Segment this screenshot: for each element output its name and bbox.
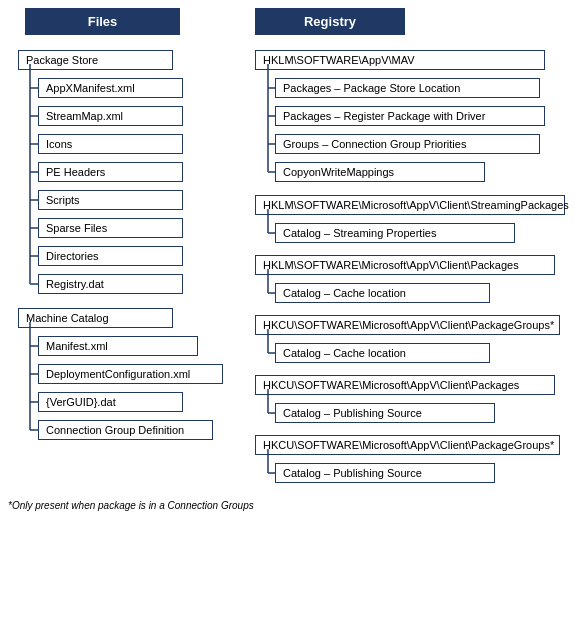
reg-sub-publishing-source-1: Catalog – Publishing Source [275, 403, 495, 423]
left-item-scripts: Scripts [38, 190, 183, 210]
reg-hkcu-packages: HKCU\SOFTWARE\Microsoft\AppV\Client\Pack… [255, 375, 555, 395]
reg-sub-publishing-source-2: Catalog – Publishing Source [275, 463, 495, 483]
left-item-streammap: StreamMap.xml [38, 106, 183, 126]
reg-sub-package-store: Packages – Package Store Location [275, 78, 540, 98]
reg-hkcu-packagegroups-2: HKCU\SOFTWARE\Microsoft\AppV\Client\Pack… [255, 435, 560, 455]
footnote: *Only present when package is in a Conne… [8, 500, 254, 511]
left-item-connection-group: Connection Group Definition [38, 420, 213, 440]
left-item-manifest: Manifest.xml [38, 336, 198, 356]
reg-hklm-appv-mav: HKLM\SOFTWARE\AppV\MAV [255, 50, 545, 70]
left-item-peheaders: PE Headers [38, 162, 183, 182]
left-item-registrydat: Registry.dat [38, 274, 183, 294]
left-item-appxmanifest: AppXManifest.xml [38, 78, 183, 98]
reg-sub-cache-location-1: Catalog – Cache location [275, 283, 490, 303]
reg-hklm-packages: HKLM\SOFTWARE\Microsoft\AppV\Client\Pack… [255, 255, 555, 275]
reg-sub-cache-location-2: Catalog – Cache location [275, 343, 490, 363]
left-item-sparsefiles: Sparse Files [38, 218, 183, 238]
left-item-verguid: {VerGUID}.dat [38, 392, 183, 412]
reg-sub-streaming-props: Catalog – Streaming Properties [275, 223, 515, 243]
left-item-directories: Directories [38, 246, 183, 266]
package-store-label: Package Store [18, 50, 173, 70]
left-item-deploymentconfig: DeploymentConfiguration.xml [38, 364, 223, 384]
reg-sub-copyonwrite: CopyonWriteMappings [275, 162, 485, 182]
reg-hklm-streaming: HKLM\SOFTWARE\Microsoft\AppV\Client\Stre… [255, 195, 565, 215]
reg-sub-register-package: Packages – Register Package with Driver [275, 106, 545, 126]
left-item-icons: Icons [38, 134, 183, 154]
registry-header: Registry [255, 8, 405, 35]
machine-catalog-label: Machine Catalog [18, 308, 173, 328]
reg-sub-connection-group-priorities: Groups – Connection Group Priorities [275, 134, 540, 154]
diagram-canvas: Files Registry Package Store AppXManifes… [0, 0, 574, 620]
files-header: Files [25, 8, 180, 35]
reg-hkcu-packagegroups-1: HKCU\SOFTWARE\Microsoft\AppV\Client\Pack… [255, 315, 560, 335]
